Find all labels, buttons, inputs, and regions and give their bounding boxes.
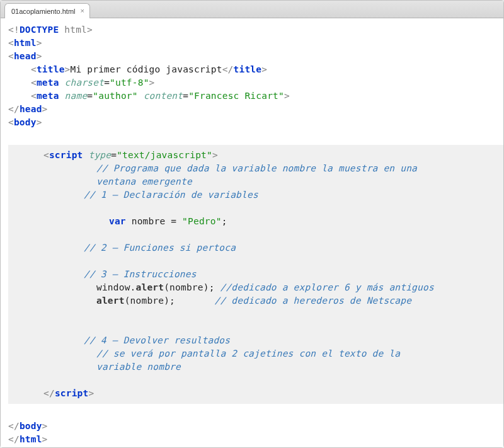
bracket: </ [43,388,55,398]
eq: = [104,78,110,88]
comment-4: // 3 – Instrucciones [84,269,197,279]
comment-1: // Programa que dada la variable nombre … [96,163,417,173]
semi: ; [222,216,227,226]
content-val: "Francesc Ricart" [188,91,284,101]
bracket: > [261,64,267,74]
bracket: < [31,78,37,88]
charset-val: "utf-8" [110,78,149,88]
doctype-html: html [59,25,87,35]
bracket: < [8,51,14,61]
eq: = [183,91,188,101]
body-close-tag: body [20,421,42,431]
body-tag: body [14,117,37,127]
bracket: > [88,388,94,398]
bracket: </ [8,421,20,431]
comment-7: // 4 – Devolver resultados [84,335,230,345]
bracket: < [8,38,14,48]
doctype-kw: DOCTYPE [20,25,59,35]
call-arg: (nombre); [164,282,220,292]
html-tag: html [14,38,37,48]
eq: = [111,150,117,160]
dot: . [130,282,136,292]
meta-tag: meta [37,91,59,101]
bracket: </ [8,434,20,444]
bracket: > [42,421,48,431]
comment-8b: variable nombre [96,362,181,372]
title-close-tag: title [234,64,262,74]
doctype-close: > [87,25,93,35]
eq: = [87,91,93,101]
script-close-tag: script [55,388,89,398]
bracket: > [284,91,290,101]
name-attr: name [65,91,88,101]
bracket: </ [8,104,20,114]
bracket: < [8,117,14,127]
bracket: > [212,150,218,160]
tab-filename: 01acoplamiento.html [11,8,76,15]
script-tag: script [49,150,83,160]
type-attr: type [88,150,111,160]
bracket: > [37,51,42,61]
bracket: < [43,150,49,160]
alert-fn: alert [96,296,125,306]
var-name: nombre = [126,216,182,226]
script-block: <script type="text/javascript"> // Progr… [8,145,503,404]
bracket: > [37,38,42,48]
alert-fn: alert [136,282,164,292]
tab-bar: 01acoplamiento.html × [1,1,503,18]
head-close-tag: head [20,104,42,114]
content-attr: content [144,91,183,101]
bracket: < [31,64,37,74]
bracket: > [42,104,48,114]
comment-3: // 2 – Funciones si pertoca [84,243,236,253]
bracket: < [31,91,37,101]
comment-2: // 1 – Declaración de variables [84,190,258,200]
window-obj: window [96,282,130,292]
close-icon[interactable]: × [81,8,84,14]
comment-6: // dedicado a herederos de Netscape [215,296,412,306]
name-val: "author" [93,91,137,101]
type-val: "text/javascript" [117,150,212,160]
doctype-open: <! [8,25,20,35]
bracket: > [42,434,48,444]
var-kw: var [109,216,126,226]
title-tag: title [37,64,65,74]
title-text: Mi primer código javascript [71,64,222,74]
bracket: > [65,64,71,74]
head-tag: head [14,51,37,61]
bracket: > [149,78,155,88]
var-val: "Pedro" [182,216,222,226]
editor-window: 01acoplamiento.html × <!DOCTYPE html> <h… [0,0,504,448]
comment-1b: ventana emergente [96,176,192,187]
comment-5: //dedicado a explorer 6 y más antiguos [220,282,434,292]
code-editor[interactable]: <!DOCTYPE html> <html> <head> <title>Mi … [1,18,503,447]
meta-tag: meta [37,78,59,88]
file-tab[interactable]: 01acoplamiento.html × [4,3,90,18]
html-close-tag: html [20,434,42,444]
call-arg: (nombre); [125,296,215,306]
comment-8: // se verá por pantalla 2 cajetines con … [96,348,400,359]
bracket: </ [222,64,234,74]
charset-attr: charset [65,78,105,88]
bracket: > [37,117,42,127]
